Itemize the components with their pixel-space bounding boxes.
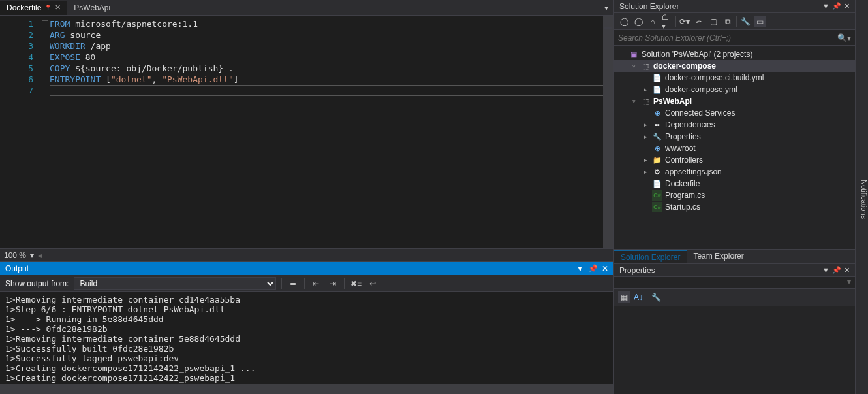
tree-label: Program.cs: [665, 191, 705, 200]
code-line[interactable]: COPY ${source:-obj/Docker/publish} .: [50, 63, 613, 74]
copy-icon[interactable]: ⧉: [722, 16, 734, 27]
home-icon[interactable]: ⌂: [647, 16, 659, 27]
output-title-bar[interactable]: Output ▼ 📌 ✕: [0, 262, 613, 275]
document-tab[interactable]: Dockerfile📍✕: [0, 1, 67, 15]
code-editor[interactable]: 1234567 - FROM microsoft/aspnetcore:1.1A…: [0, 16, 613, 248]
tab-label: PsWebApi: [74, 3, 110, 12]
tree-row[interactable]: ▸📄docker-compose.yml: [614, 84, 855, 95]
properties-toolbar: ▦ A↓ 🔧: [614, 289, 855, 306]
tabs-overflow-icon[interactable]: ▾: [604, 3, 613, 12]
expand-icon[interactable]: ▸: [642, 157, 649, 163]
tree-row[interactable]: C#Program.cs: [614, 189, 855, 201]
close-icon[interactable]: ✕: [55, 3, 61, 12]
code-line[interactable]: [50, 85, 613, 96]
properties-icon[interactable]: 🔧: [739, 16, 751, 27]
code-line[interactable]: ARG source: [50, 29, 613, 41]
show-all-icon[interactable]: ▢: [707, 16, 719, 27]
output-line: 1> ---> 0fdc28e1982b: [5, 324, 608, 334]
tree-row[interactable]: ▿⬚PsWebApi: [614, 95, 855, 107]
split-handle-icon[interactable]: [604, 27, 612, 29]
solution-explorer-title-bar[interactable]: Solution Explorer ▼ 📌 ✕: [614, 0, 855, 13]
expand-icon[interactable]: ▿: [630, 63, 638, 69]
code-line[interactable]: ENTRYPOINT ["dotnet", "PsWebApi.dll"]: [50, 74, 613, 85]
output-toolbar: Show output from: Build ≣ ⇤ ⇥ ✖≡ ↩: [0, 275, 613, 292]
clear-icon[interactable]: ✖≡: [350, 278, 362, 289]
back-icon[interactable]: ◯: [618, 16, 630, 27]
output-line: 1>Successfully built 0fdc28e1982b: [5, 344, 608, 353]
code-line[interactable]: WORKDIR /app: [50, 41, 613, 52]
collapse-icon[interactable]: ⤺: [693, 16, 705, 27]
output-line: 1>Step 6/6 : ENTRYPOINT dotnet PsWebApi.…: [5, 304, 608, 314]
preview-icon[interactable]: ▭: [754, 16, 766, 27]
tree-label: PsWebApi: [653, 97, 692, 106]
search-input[interactable]: [618, 33, 837, 42]
sync-icon[interactable]: 🗀▾: [661, 16, 673, 27]
next-icon[interactable]: ⇥: [327, 278, 339, 289]
dropdown-icon[interactable]: ▼: [822, 266, 829, 274]
tree-row[interactable]: ▿⬚docker-compose: [614, 60, 855, 72]
tree-row[interactable]: ⊕wwwroot: [614, 142, 855, 154]
props-dropdown-row[interactable]: ▾: [614, 277, 855, 289]
close-icon[interactable]: ✕: [844, 266, 850, 274]
output-from-label: Show output from:: [5, 279, 69, 288]
code-body[interactable]: FROM microsoft/aspnetcore:1.1ARG sourceW…: [50, 16, 613, 248]
document-tab[interactable]: PsWebApi: [67, 1, 117, 15]
fold-column[interactable]: -: [40, 16, 50, 248]
output-source-select[interactable]: Build: [74, 277, 276, 290]
wrap-icon[interactable]: ↩: [367, 278, 379, 289]
expand-icon[interactable]: ▿: [630, 98, 638, 105]
tree-label: wwwroot: [665, 144, 696, 153]
code-line[interactable]: EXPOSE 80: [50, 52, 613, 63]
dropdown-icon[interactable]: ▼: [822, 2, 829, 10]
tree-row[interactable]: ▸🔧Properties: [614, 131, 855, 142]
refresh-icon[interactable]: ⟳▾: [679, 16, 690, 27]
expand-icon[interactable]: ▸: [642, 169, 649, 175]
tree-label: Startup.cs: [665, 203, 700, 212]
pin-icon[interactable]: 📍: [44, 5, 52, 11]
output-line: 1>Creating dockercompose1712142422_psweb…: [5, 363, 608, 373]
tree-row[interactable]: C#Startup.cs: [614, 201, 855, 213]
vertical-scrollbar[interactable]: [603, 16, 613, 248]
notifications-strip[interactable]: Notifications: [855, 0, 868, 394]
tree-label: docker-compose.yml: [665, 85, 737, 94]
expand-icon[interactable]: ▸: [642, 133, 649, 140]
pin-icon[interactable]: 📌: [588, 264, 598, 273]
tree-row[interactable]: ▸▪▪Dependencies: [614, 119, 855, 131]
fold-toggle-icon[interactable]: -: [42, 20, 48, 31]
panel-tab[interactable]: Team Explorer: [687, 250, 750, 263]
tree-label: Controllers: [665, 156, 703, 165]
close-icon[interactable]: ✕: [844, 2, 850, 10]
find-message-icon[interactable]: ≣: [287, 278, 299, 289]
wrench-icon[interactable]: 🔧: [650, 291, 662, 303]
properties-title-bar[interactable]: Properties ▼ 📌 ✕: [614, 264, 855, 277]
output-content[interactable]: 1>Removing intermediate container cd14e4…: [0, 292, 613, 384]
zoom-dropdown-icon[interactable]: ▾: [30, 251, 34, 260]
tree-row[interactable]: ▸⚙appsettings.json: [614, 166, 855, 178]
code-line[interactable]: FROM microsoft/aspnetcore:1.1: [50, 18, 613, 29]
tree-row[interactable]: ▣Solution 'PsWebApi' (2 projects): [614, 48, 855, 60]
alphabetical-icon[interactable]: A↓: [632, 291, 644, 303]
pin-icon[interactable]: 📌: [832, 2, 841, 10]
output-line: 1>Removing intermediate container cd14e4…: [5, 295, 608, 304]
dropdown-icon[interactable]: ▼: [576, 264, 584, 273]
solution-tree[interactable]: ▣Solution 'PsWebApi' (2 projects)▿⬚docke…: [614, 46, 855, 249]
expand-icon[interactable]: ▸: [642, 122, 649, 128]
panel-tab[interactable]: Solution Explorer: [614, 250, 687, 263]
solution-explorer-search[interactable]: 🔍▾: [614, 30, 855, 46]
prev-icon[interactable]: ⇤: [310, 278, 322, 289]
properties-title: Properties: [619, 266, 655, 275]
tree-row[interactable]: ▸📁Controllers: [614, 154, 855, 166]
tree-row[interactable]: ⊕Connected Services: [614, 107, 855, 119]
categorized-icon[interactable]: ▦: [618, 291, 630, 303]
search-icon[interactable]: 🔍▾: [837, 33, 851, 42]
horizontal-scrollbar[interactable]: [0, 384, 613, 394]
close-icon[interactable]: ✕: [602, 264, 608, 273]
zoom-level: 100 %: [4, 251, 26, 260]
pin-icon[interactable]: 📌: [832, 266, 841, 274]
tree-row[interactable]: 📄docker-compose.ci.build.yml: [614, 72, 855, 84]
expand-icon[interactable]: ▸: [642, 86, 649, 93]
output-line: 1>Successfully tagged pswebapi:dev: [5, 353, 608, 363]
forward-icon[interactable]: ◯: [632, 16, 644, 27]
tree-row[interactable]: 📄Dockerfile: [614, 178, 855, 189]
properties-panel: Properties ▼ 📌 ✕ ▾ ▦ A↓ 🔧: [614, 263, 855, 394]
